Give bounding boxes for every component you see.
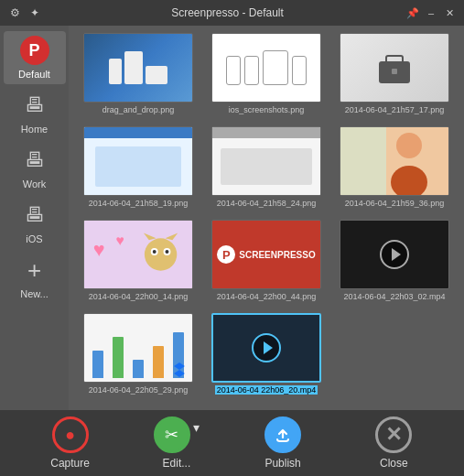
capture-button[interactable]: ● Capture	[43, 416, 98, 470]
list-item[interactable]: 2014-06-04_22h03_02.mp4	[332, 220, 457, 309]
thumbnail-label: 2014-06-04 22h06_20.mp4	[215, 385, 318, 395]
list-item[interactable]: P SCREENPRESSO 2014-06-04_22h00_44.png	[204, 220, 329, 309]
close-icon: ✕	[375, 416, 412, 453]
window-title: Screenpresso - Default	[49, 6, 405, 19]
new-plus-icon: +	[20, 255, 49, 285]
sidebar: P Default 🖶 Home 🖶 Work 🖶 iOS +	[0, 26, 69, 410]
svg-text:♥: ♥	[93, 238, 105, 261]
list-item[interactable]: ios_screenshots.png	[204, 33, 329, 123]
close-button[interactable]: ✕	[442, 5, 457, 20]
ios-printer-icon: 🖶	[20, 200, 49, 230]
svg-text:♥: ♥	[115, 233, 124, 248]
svg-point-13	[153, 250, 156, 254]
sidebar-item-ios[interactable]: 🖶 iOS	[4, 196, 66, 249]
edit-button-group: ✂ ▾	[154, 416, 200, 453]
thumbnail-preview	[340, 33, 449, 103]
thumbnail-label: 2014-06-04_22h00_14.png	[89, 292, 189, 301]
thumbnail-label: drag_and_drop.png	[103, 105, 175, 114]
toolbar: ● Capture ✂ ▾ Edit...	[0, 410, 464, 476]
thumbnail-preview	[83, 313, 193, 383]
list-item[interactable]: 2014-06-04 22h06_20.mp4	[204, 313, 329, 403]
capture-label: Capture	[50, 457, 90, 470]
list-item[interactable]: 2014-06-04_21h58_24.png	[204, 126, 329, 216]
publish-label: Publish	[264, 457, 300, 470]
sidebar-item-home-label: Home	[21, 124, 48, 135]
thumbnail-preview	[340, 220, 449, 289]
publish-icon	[264, 416, 301, 453]
list-item[interactable]: 2014-06-04_22h05_29.png	[76, 313, 200, 403]
content-area: drag_and_drop.png ios_screenshots.png	[69, 26, 464, 410]
edit-icon: ✂	[154, 416, 190, 453]
thumbnail-preview	[340, 126, 449, 196]
sidebar-item-work-label: Work	[23, 178, 46, 189]
thumbnail-label: 2014-06-04_22h00_44.png	[217, 292, 317, 301]
svg-point-10	[145, 238, 177, 270]
thumbnail-preview	[211, 313, 321, 383]
settings-icon: ✦	[27, 5, 42, 20]
thumbnail-preview	[211, 33, 321, 103]
thumbnail-preview	[83, 126, 193, 196]
thumbnail-preview	[211, 126, 321, 196]
list-item[interactable]: 2014-06-04_21h59_36.png	[332, 126, 457, 216]
title-bar-left-icons: ⚙ ✦	[7, 5, 42, 20]
minimize-button[interactable]: –	[424, 5, 438, 20]
close-button-toolbar[interactable]: ✕ Close	[366, 416, 421, 470]
thumbnail-grid: drag_and_drop.png ios_screenshots.png	[69, 26, 464, 410]
thumbnail-preview	[83, 33, 193, 103]
title-bar: ⚙ ✦ Screenpresso - Default 📌 – ✕	[0, 0, 464, 26]
main-area: P Default 🖶 Home 🖶 Work 🖶 iOS +	[0, 26, 464, 410]
edit-button[interactable]: ✂	[154, 416, 190, 453]
sidebar-item-home[interactable]: 🖶 Home	[4, 86, 66, 139]
window-controls[interactable]: 📌 – ✕	[405, 5, 457, 20]
app-icon: ⚙	[7, 5, 22, 20]
svg-rect-6	[340, 127, 386, 195]
pin-button[interactable]: 📌	[405, 5, 420, 20]
sidebar-item-new[interactable]: + New...	[4, 251, 66, 304]
publish-button[interactable]: Publish	[255, 416, 310, 470]
svg-marker-17	[174, 362, 185, 377]
sidebar-item-default[interactable]: P Default	[4, 31, 66, 84]
default-icon: P	[20, 36, 49, 65]
svg-rect-2	[392, 69, 397, 74]
thumbnail-label: 2014-06-04_22h05_29.png	[89, 385, 189, 395]
list-item[interactable]: 2014-06-04_21h58_19.png	[76, 126, 200, 216]
sidebar-item-default-label: Default	[18, 69, 50, 80]
thumbnail-label: 2014-06-04_21h59_36.png	[345, 199, 445, 208]
thumbnail-label: 2014-06-04_22h03_02.mp4	[343, 292, 445, 301]
edit-label: Edit...	[163, 457, 191, 470]
edit-dropdown-arrow[interactable]: ▾	[193, 420, 200, 435]
thumbnail-preview: ♥ ♥	[83, 220, 193, 289]
capture-icon: ●	[52, 416, 89, 453]
sidebar-item-ios-label: iOS	[26, 233, 42, 244]
svg-point-4	[396, 133, 422, 158]
close-label: Close	[380, 457, 408, 470]
svg-point-14	[166, 250, 169, 254]
sidebar-item-new-label: New...	[20, 288, 49, 299]
thumbnail-label: 2014-06-04_21h58_19.png	[89, 199, 189, 208]
thumbnail-label: ios_screenshots.png	[229, 105, 305, 114]
sidebar-item-work[interactable]: 🖶 Work	[4, 141, 66, 194]
thumbnail-preview: P SCREENPRESSO	[211, 220, 321, 289]
list-item[interactable]: 2014-06-04_21h57_17.png	[332, 33, 457, 123]
list-item[interactable]: ♥ ♥ 2014-0	[76, 220, 200, 309]
work-printer-icon: 🖶	[20, 146, 49, 175]
edit-group: ✂ ▾ Edit...	[154, 416, 200, 470]
home-printer-icon: 🖶	[20, 91, 49, 120]
thumbnail-label: 2014-06-04_21h58_24.png	[217, 199, 317, 208]
thumbnail-label: 2014-06-04_21h57_17.png	[345, 105, 445, 114]
list-item[interactable]: drag_and_drop.png	[76, 33, 200, 123]
